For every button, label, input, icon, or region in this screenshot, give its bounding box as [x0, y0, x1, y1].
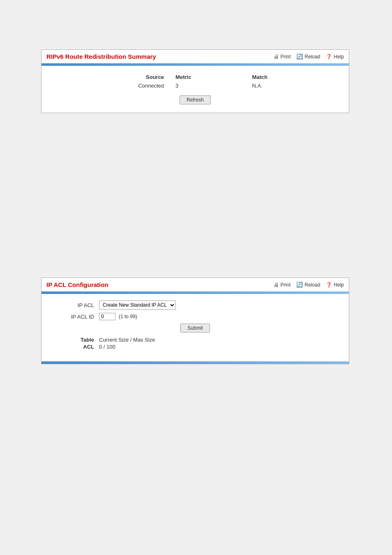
table-info-acl-value: 0 / 100	[99, 344, 115, 350]
ripv6-panel-header: RIPv6 Route Redistribution Summary Print…	[42, 50, 349, 63]
ip-acl-row: IP ACL Create New Standard IP ACL	[50, 301, 341, 310]
ip-acl-id-label: IP ACL ID	[50, 314, 99, 320]
print-icon-2	[274, 282, 279, 288]
table-info: Table Current Size / Max Size ACL 0 / 10…	[50, 337, 341, 350]
ripv6-reload-button[interactable]: Reload	[296, 53, 320, 60]
ip-acl-id-hint: (1 to 99)	[119, 314, 137, 319]
ripv6-panel-body: Source Metric Match Connected 3 N.A. Ref…	[42, 66, 349, 113]
ripv6-panel-title: RIPv6 Route Redistribution Summary	[46, 53, 156, 60]
ip-acl-panel-body: IP ACL Create New Standard IP ACL IP ACL…	[42, 294, 349, 358]
reload-icon	[296, 53, 303, 60]
row-metric: 3	[172, 82, 249, 90]
table-info-table-header: Table	[50, 337, 99, 343]
ip-acl-panel-actions: Print Reload Help	[274, 282, 344, 288]
table-info-size-header: Current Size / Max Size	[99, 337, 155, 343]
help-icon-2	[326, 282, 332, 288]
ip-acl-id-input[interactable]	[99, 313, 115, 320]
ip-acl-reload-button[interactable]: Reload	[296, 282, 320, 288]
ripv6-help-button[interactable]: Help	[326, 54, 344, 60]
ip-acl-panel-title: IP ACL Configuration	[46, 281, 108, 288]
col-header-match: Match	[249, 72, 341, 82]
reload-icon-2	[296, 282, 303, 288]
col-header-metric: Metric	[172, 72, 249, 82]
col-header-source: Source	[50, 72, 172, 82]
submit-button[interactable]: Submit	[180, 324, 210, 333]
table-info-header-row: Table Current Size / Max Size	[50, 337, 341, 343]
ip-acl-submit-container: Submit	[50, 324, 341, 333]
table-info-acl-label: ACL	[50, 344, 99, 350]
help-icon	[326, 54, 332, 60]
ripv6-summary-table: Source Metric Match Connected 3 N.A.	[50, 72, 341, 90]
row-source: Connected	[50, 82, 172, 90]
table-info-acl-row: ACL 0 / 100	[50, 344, 341, 350]
ripv6-refresh-container: Refresh	[50, 95, 341, 104]
print-icon	[274, 53, 279, 60]
ripv6-print-button[interactable]: Print	[274, 53, 291, 60]
row-match: N.A.	[249, 82, 341, 90]
refresh-button[interactable]: Refresh	[180, 95, 211, 104]
ip-acl-footer-bar	[42, 361, 349, 364]
ip-acl-panel: IP ACL Configuration Print Reload Help	[41, 278, 349, 364]
ip-acl-help-button[interactable]: Help	[326, 282, 344, 288]
ip-acl-select[interactable]: Create New Standard IP ACL	[99, 301, 176, 310]
ripv6-panel-actions: Print Reload Help	[274, 53, 344, 60]
table-row: Connected 3 N.A.	[50, 82, 341, 90]
ip-acl-print-button[interactable]: Print	[274, 282, 291, 288]
ip-acl-label: IP ACL	[50, 302, 99, 308]
ip-acl-panel-header: IP ACL Configuration Print Reload Help	[42, 278, 349, 291]
ripv6-panel: RIPv6 Route Redistribution Summary Print…	[41, 49, 349, 113]
ip-acl-id-row: IP ACL ID (1 to 99)	[50, 313, 341, 320]
